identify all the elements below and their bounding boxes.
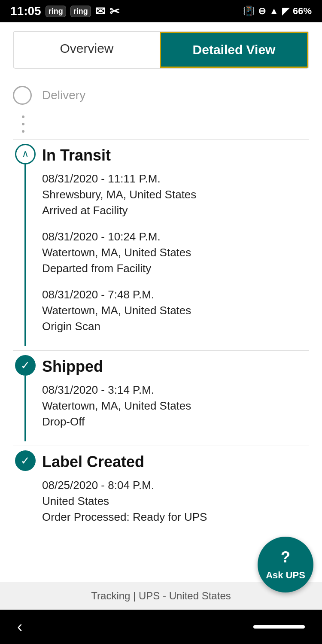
status-bar: 11:05 ring ring ✉ ✂ 📳 ⊖ ▲ ◤ 66% (0, 0, 322, 22)
back-button[interactable]: ‹ (17, 618, 22, 636)
home-indicator[interactable] (253, 625, 305, 629)
shipped-timeline: ✓ (0, 355, 38, 441)
in-transit-circle: ∧ (15, 144, 36, 164)
ask-ups-icon: ? (281, 547, 290, 568)
shipped-content: Shipped 08/31/2020 - 3:14 P.M. Watertown… (38, 355, 322, 441)
in-transit-section: ∧ In Transit 08/31/2020 - 11:11 P.M. Shr… (0, 144, 322, 346)
ask-ups-button[interactable]: ? Ask UPS (258, 537, 313, 592)
label-timeline: ✓ (0, 450, 38, 537)
event-0-action: Arrived at Facility (42, 204, 309, 217)
divider-1 (13, 139, 309, 140)
dot-3 (22, 130, 24, 133)
event-1-date: 08/31/2020 - 10:24 P.M. (42, 230, 309, 243)
event-2-location: Watertown, MA, United States (42, 304, 309, 317)
wifi-icon: ▲ (269, 6, 279, 17)
tab-detailed[interactable]: Detailed View (160, 32, 308, 68)
label-event-0-date: 08/25/2020 - 8:04 P.M. (42, 479, 309, 492)
event-2-action: Origin Scan (42, 320, 309, 333)
shipped-vertical-line (24, 376, 26, 441)
label-event-0-location: United States (42, 495, 309, 508)
tab-overview[interactable]: Overview (14, 32, 160, 68)
chevron-up-icon: ∧ (22, 149, 29, 158)
signal-icon: ◤ (282, 6, 289, 17)
in-transit-vertical-line (24, 164, 26, 346)
status-bar-right: 📳 ⊖ ▲ ◤ 66% (243, 6, 312, 17)
checkmark-label-icon: ✓ (21, 454, 30, 468)
event-0-location: Shrewsbury, MA, United States (42, 188, 309, 201)
shipped-event-0-date: 08/31/2020 - 3:14 P.M. (42, 383, 309, 397)
shipped-event-0-action: Drop-Off (42, 415, 309, 428)
footer-text: Tracking | UPS - United States (91, 590, 231, 601)
delivery-label: Delivery (42, 88, 85, 102)
event-block-1: 08/31/2020 - 10:24 P.M. Watertown, MA, U… (42, 230, 309, 275)
divider-3 (13, 446, 309, 446)
vibrate-icon: 📳 (243, 6, 255, 17)
shipped-title: Shipped (42, 358, 309, 376)
divider-2 (13, 350, 309, 351)
do-not-disturb-icon: ⊖ (258, 6, 266, 17)
label-title: Label Created (42, 453, 309, 471)
shipped-event-0-location: Watertown, MA, United States (42, 399, 309, 413)
in-transit-timeline: ∧ (0, 144, 38, 346)
scissors-icon: ✂ (109, 4, 119, 18)
event-1-action: Departed from Facility (42, 262, 309, 275)
event-block-2: 08/31/2020 - 7:48 P.M. Watertown, MA, Un… (42, 288, 309, 333)
timeline-container: Delivery ∧ In Transit 08/31/2020 - 11:11… (0, 77, 322, 537)
event-1-location: Watertown, MA, United States (42, 246, 309, 259)
ask-ups-label: Ask UPS (266, 569, 305, 582)
ring-badge-1: ring (46, 6, 66, 17)
label-circle: ✓ (15, 450, 36, 471)
shipped-event-0: 08/31/2020 - 3:14 P.M. Watertown, MA, Un… (42, 383, 309, 428)
dotted-connector (22, 113, 24, 135)
event-2-date: 08/31/2020 - 7:48 P.M. (42, 288, 309, 301)
event-block-0: 08/31/2020 - 11:11 P.M. Shrewsbury, MA, … (42, 172, 309, 217)
tab-bar: Overview Detailed View (13, 31, 309, 69)
event-0-date: 08/31/2020 - 11:11 P.M. (42, 172, 309, 185)
checkmark-shipped-icon: ✓ (21, 359, 30, 372)
time-display: 11:05 (10, 4, 41, 18)
delivery-circle (13, 86, 32, 105)
label-event-0-action: Order Processed: Ready for UPS (42, 510, 309, 524)
label-content: Label Created 08/25/2020 - 8:04 P.M. Uni… (38, 450, 322, 537)
in-transit-content: In Transit 08/31/2020 - 11:11 P.M. Shrew… (38, 144, 322, 346)
shipped-section: ✓ Shipped 08/31/2020 - 3:14 P.M. Waterto… (0, 355, 322, 441)
dot-1 (22, 115, 24, 118)
dot-2 (22, 123, 24, 125)
status-bar-left: 11:05 ring ring ✉ ✂ (10, 4, 119, 18)
battery-display: 66% (293, 6, 312, 17)
mail-icon: ✉ (95, 4, 105, 18)
in-transit-title: In Transit (42, 146, 309, 164)
shipped-circle: ✓ (15, 355, 36, 376)
nav-bar: ‹ (0, 610, 322, 644)
ring-badge-2: ring (70, 6, 91, 17)
label-created-section: ✓ Label Created 08/25/2020 - 8:04 P.M. U… (0, 450, 322, 537)
label-event-0: 08/25/2020 - 8:04 P.M. United States Ord… (42, 479, 309, 524)
delivery-row: Delivery (0, 82, 322, 113)
